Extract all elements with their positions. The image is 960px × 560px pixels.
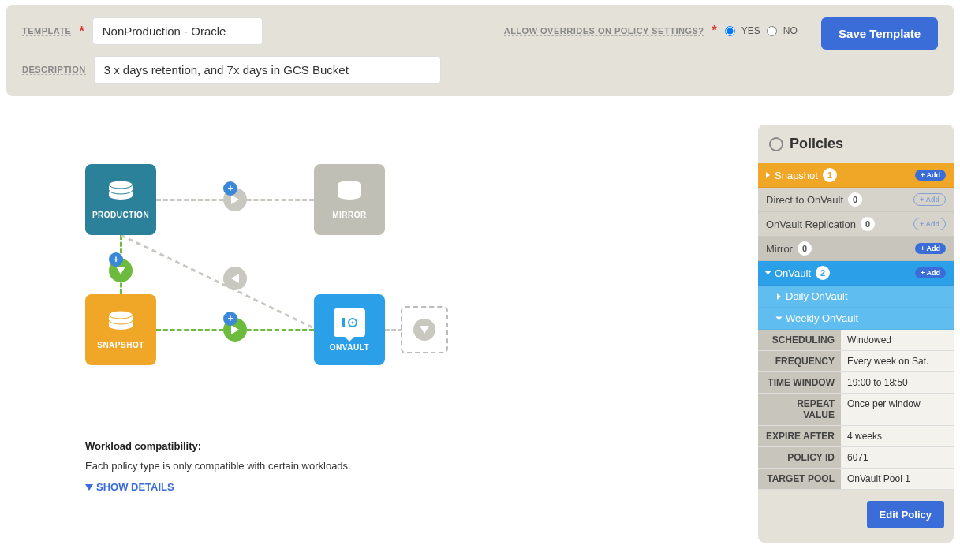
description-input[interactable] [94,56,441,84]
detail-row: EXPIRE AFTER4 weeks [758,426,954,447]
database-icon [336,181,363,203]
policy-row-weekly[interactable]: Weekly OnVault [758,308,954,330]
caret-icon [766,172,770,178]
svg-marker-2 [116,267,125,274]
add-button[interactable]: + Add [913,193,946,206]
detail-row: TARGET POOLOnVault Pool 1 [758,469,954,490]
onvault-node[interactable]: ONVAULT [314,294,385,365]
description-label: DESCRIPTION [22,65,86,75]
required-asterisk: * [712,24,717,38]
edit-policy-button[interactable]: Edit Policy [867,501,944,528]
chevron-down-icon [116,267,125,274]
policy-row-direct[interactable]: Direct to OnVault 0 + Add [758,188,954,212]
play-icon [231,274,239,283]
overrides-label: ALLOW OVERRIDES ON POLICY SETTINGS? [504,26,704,36]
detail-value: 4 weeks [841,426,954,446]
show-details-link[interactable]: SHOW DETAILS [85,481,351,493]
show-details-label: SHOW DETAILS [96,481,174,493]
detail-value: Once per window [841,394,954,425]
count-badge: 0 [848,192,862,207]
vault-icon [334,308,365,337]
ghost-circle [413,319,435,341]
count-badge: 0 [798,241,812,256]
detail-row: REPEAT VALUEOnce per window [758,394,954,426]
database-icon [107,181,134,203]
add-button[interactable]: + Add [913,218,946,230]
pin-icon [769,137,783,151]
main-area: + + + PRODUCTION [0,101,960,543]
add-button[interactable]: + Add [915,243,946,254]
detail-value: 6071 [841,447,954,468]
count-badge: 0 [861,217,875,231]
play-icon [231,325,239,334]
compat-title: Workload compatibility: [85,440,351,452]
snapshot-node[interactable]: SNAPSHOT [85,294,156,365]
detail-label: REPEAT VALUE [758,394,841,425]
svg-rect-10 [342,318,345,327]
detail-label: TIME WINDOW [758,372,841,393]
detail-label: TARGET POOL [758,469,841,489]
node-label: PRODUCTION [92,211,149,219]
required-asterisk: * [79,24,84,39]
svg-marker-4 [231,325,239,334]
ghost-node[interactable] [401,306,448,353]
template-label: TEMPLATE [22,26,71,36]
caret-down-icon [776,316,783,320]
header-bar: TEMPLATE* DESCRIPTION ALLOW OVERRIDES ON… [6,5,954,96]
node-label: MIRROR [332,211,367,219]
add-button[interactable]: + Add [915,170,946,181]
template-input[interactable] [92,17,263,45]
overrides-yes-radio[interactable] [725,26,735,36]
policy-details: SCHEDULINGWindowed FREQUENCYEvery week o… [758,330,954,490]
database-icon [107,311,134,333]
canvas-area: + + + PRODUCTION [6,101,750,543]
policy-label: OnVault [775,267,811,279]
add-onvault-button[interactable]: + [223,312,237,326]
policy-row-onvault[interactable]: OnVault 2 + Add [758,261,954,286]
save-template-button[interactable]: Save Template [821,17,938,50]
caret-down-icon [765,271,771,275]
policies-panel: Policies Snapshot 1 + Add Direct to OnVa… [758,125,954,543]
policy-row-snapshot[interactable]: Snapshot 1 + Add [758,163,954,188]
detail-row: SCHEDULINGWindowed [758,330,954,351]
overrides-no-radio[interactable] [767,26,777,36]
mirror-node[interactable]: MIRROR [314,164,385,235]
overrides-radio-group: YES NO [725,25,798,36]
add-snapshot-button[interactable]: + [109,252,123,267]
connector-onvault-ghost [385,329,402,331]
count-badge: 1 [823,168,837,182]
policy-label: Mirror [766,243,793,255]
chevron-down-icon [420,326,429,334]
detail-value: 19:00 to 18:50 [841,372,954,393]
svg-point-12 [352,321,354,323]
policy-label: Weekly OnVault [786,312,858,324]
policy-row-daily[interactable]: Daily OnVault [758,286,954,308]
compatibility-block: Workload compatibility: Each policy type… [85,440,351,493]
policy-row-replication[interactable]: OnVault Replication 0 + Add [758,212,954,237]
add-button[interactable]: + Add [915,267,946,278]
detail-label: POLICY ID [758,447,841,468]
policies-title: Policies [790,136,843,152]
yes-label: YES [741,25,760,36]
policy-label: Direct to OnVault [766,194,843,206]
policy-label: Snapshot [775,170,818,181]
add-mirror-button[interactable]: + [223,181,237,196]
production-node[interactable]: PRODUCTION [85,164,156,235]
detail-value: Windowed [841,330,954,350]
no-label: NO [783,25,798,36]
detail-label: SCHEDULING [758,330,841,350]
policies-header: Policies [758,125,954,163]
template-row: TEMPLATE* [22,17,441,45]
chevron-down-icon [85,484,93,491]
detail-row: TIME WINDOW19:00 to 18:50 [758,372,954,394]
detail-row: FREQUENCYEvery week on Sat. [758,351,954,372]
diagonal-node[interactable] [223,267,247,290]
svg-marker-3 [231,274,239,283]
node-label: SNAPSHOT [97,341,144,349]
svg-marker-14 [85,484,93,491]
policy-row-mirror[interactable]: Mirror 0 + Add [758,237,954,261]
detail-label: EXPIRE AFTER [758,426,841,446]
count-badge: 2 [816,266,830,280]
detail-value: OnVault Pool 1 [841,469,954,489]
compat-text: Each policy type is only compatible with… [85,460,351,472]
